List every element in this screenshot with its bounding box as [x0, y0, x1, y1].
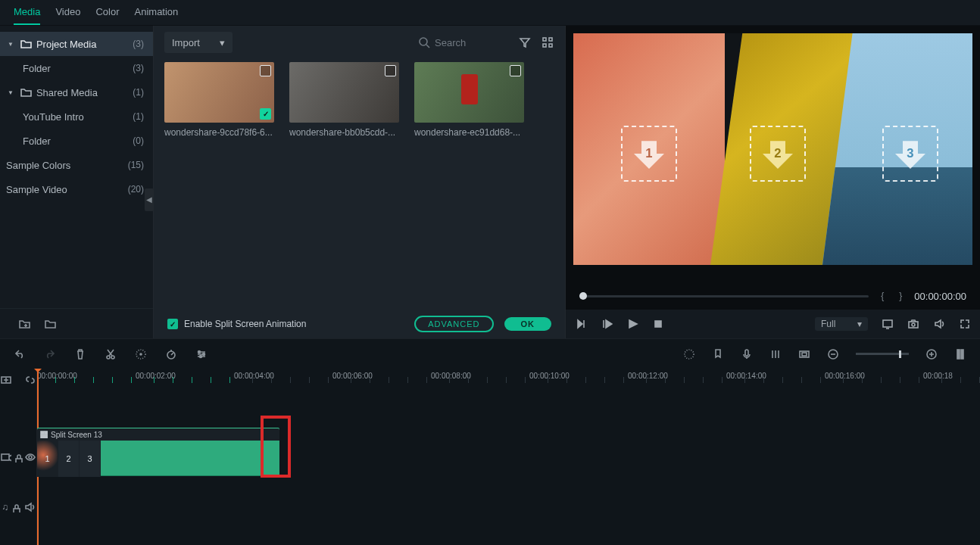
sidebar-item-sample-colors[interactable]: Sample Colors (15) — [0, 153, 153, 177]
drop-zone-3[interactable]: 3 — [882, 126, 938, 182]
sidebar-item-folder-1[interactable]: Folder (3) — [0, 56, 153, 80]
svg-rect-9 — [883, 320, 892, 327]
search-input[interactable]: Search — [410, 32, 509, 53]
top-tab-bar: Media Video Color Animation — [0, 0, 980, 26]
svg-rect-4 — [549, 44, 552, 47]
video-badge-icon — [385, 65, 396, 76]
svg-rect-3 — [543, 44, 546, 47]
svg-rect-34 — [45, 431, 48, 434]
fullscreen-icon[interactable] — [959, 318, 971, 330]
svg-point-0 — [420, 38, 427, 45]
settings-icon[interactable] — [195, 348, 208, 360]
svg-point-15 — [140, 353, 142, 355]
svg-point-18 — [203, 353, 205, 355]
marker-icon[interactable] — [712, 348, 724, 360]
clip-section[interactable]: 2 — [58, 441, 80, 477]
mic-icon[interactable] — [741, 348, 753, 360]
ok-button[interactable]: OK — [504, 317, 552, 331]
new-folder-icon[interactable] — [18, 318, 30, 330]
media-thumb-2[interactable]: wondershare-bb0b5cdd-... — [289, 62, 399, 138]
zoom-slider[interactable] — [856, 353, 909, 355]
delete-icon[interactable] — [74, 348, 86, 360]
preview-scrubber[interactable] — [579, 295, 869, 297]
ruler-tick: 00:00:12:00 — [628, 372, 726, 380]
media-thumb-1[interactable]: ✓ wondershare-9ccd78f6-6... — [164, 62, 274, 138]
import-dropdown[interactable]: Import ▾ — [164, 32, 233, 53]
drop-zone-1[interactable]: 1 — [621, 126, 677, 182]
sidebar-item-folder-2[interactable]: Folder (0) — [0, 129, 153, 153]
selected-check-icon: ✓ — [260, 108, 271, 120]
svg-point-17 — [198, 350, 201, 353]
track-add-icon[interactable] — [0, 374, 12, 386]
tab-media[interactable]: Media — [14, 0, 40, 25]
clip-section[interactable]: 1 — [37, 441, 58, 477]
svg-rect-26 — [957, 350, 960, 359]
tab-color[interactable]: Color — [95, 0, 119, 25]
chevron-down-icon: ▼ — [8, 89, 14, 96]
render-icon[interactable] — [683, 348, 695, 360]
undo-icon[interactable] — [14, 348, 26, 360]
speed-icon[interactable] — [165, 348, 177, 360]
advanced-button[interactable]: ADVANCED — [414, 316, 493, 332]
svg-rect-8 — [655, 321, 661, 327]
media-thumb-3[interactable]: wondershare-ec91dd68-... — [414, 62, 524, 138]
cut-icon[interactable] — [105, 348, 117, 360]
ruler-tick: 00:00:18 — [923, 372, 980, 380]
svg-text:3: 3 — [907, 146, 913, 160]
lock-icon[interactable] — [11, 502, 20, 512]
mute-icon[interactable] — [24, 502, 35, 513]
ruler-tick: 00:00:06:00 — [332, 372, 431, 380]
timeline-clip[interactable]: Split Screen 13 1 2 3 — [37, 428, 279, 476]
media-caption: wondershare-bb0b5cdd-... — [289, 127, 399, 138]
zoom-in-icon[interactable] — [925, 348, 938, 360]
timeline-canvas[interactable]: 00:00:00:00 00:00:02:00 00:00:04:00 00:0… — [37, 369, 980, 545]
zoom-out-icon[interactable] — [827, 348, 839, 360]
svg-point-12 — [107, 356, 110, 359]
svg-rect-23 — [802, 353, 807, 356]
fit-timeline-icon[interactable] — [954, 348, 966, 360]
sidebar-item-shared-media[interactable]: ▼Shared Media (1) — [0, 80, 153, 104]
tab-video[interactable]: Video — [55, 0, 80, 25]
preview-canvas[interactable]: 1 2 3 — [573, 33, 972, 265]
stop-icon[interactable] — [652, 318, 664, 330]
time-ruler[interactable]: 00:00:00:00 00:00:02:00 00:00:04:00 00:0… — [37, 369, 980, 391]
ruler-tick: 00:00:08:00 — [431, 372, 529, 380]
media-pane: Import ▾ Search ✓ wondershare-9ccd7 — [154, 26, 565, 338]
play-pause-icon[interactable] — [601, 318, 613, 330]
folder-icon — [20, 86, 32, 98]
filter-icon[interactable] — [518, 36, 532, 49]
redo-icon[interactable] — [44, 348, 56, 360]
ruler-tick: 00:00:14:00 — [726, 372, 825, 380]
enable-split-screen-label: Enable Split Screen Animation — [184, 319, 306, 329]
audio-mixer-icon[interactable] — [769, 348, 782, 360]
sidebar-item-count: (3) — [133, 63, 144, 73]
enable-split-screen-checkbox[interactable]: ✓ — [167, 319, 178, 329]
visibility-icon[interactable] — [25, 452, 36, 463]
sidebar-item-count: (3) — [133, 39, 144, 49]
prev-frame-icon[interactable] — [575, 318, 587, 330]
preview-timecode: 00:00:00:00 — [914, 291, 966, 302]
tab-animation[interactable]: Animation — [135, 0, 179, 25]
timeline: ♫ 00:00:00:00 00:00:02:00 00:00:04:00 00… — [0, 369, 980, 545]
drop-zone-2[interactable]: 2 — [750, 126, 806, 182]
media-caption: wondershare-9ccd78f6-6... — [164, 127, 274, 138]
folder-icon[interactable] — [44, 318, 56, 330]
sidebar-item-sample-video[interactable]: Sample Video (20) — [0, 177, 153, 201]
frame-icon[interactable] — [798, 348, 810, 360]
lock-icon[interactable] — [14, 452, 23, 462]
preview-quality-select[interactable]: Full▾ — [815, 317, 868, 331]
grid-view-icon[interactable] — [541, 36, 554, 49]
collapse-sidebar-icon[interactable]: ◀ — [145, 188, 154, 211]
svg-point-19 — [200, 355, 202, 357]
sidebar-item-count: (20) — [128, 184, 144, 195]
sidebar-item-project-media[interactable]: ▼Project Media (3) — [0, 32, 153, 56]
sidebar-item-youtube-intro[interactable]: YouTube Intro (1) — [0, 104, 153, 129]
clip-section[interactable]: 3 — [80, 441, 101, 477]
sidebar-item-label: Sample Video — [6, 184, 67, 195]
display-icon[interactable] — [882, 318, 894, 330]
media-sidebar: ▼Project Media (3) Folder (3) ▼Shared Me… — [0, 26, 154, 338]
snapshot-icon[interactable] — [907, 318, 919, 330]
play-icon[interactable] — [626, 318, 638, 330]
crop-icon[interactable] — [135, 348, 147, 360]
volume-icon[interactable] — [933, 318, 945, 330]
